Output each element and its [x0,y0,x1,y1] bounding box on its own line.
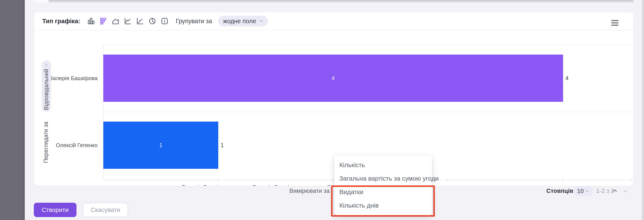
x-axis-tick [333,180,333,182]
measure-by-label: Вимірювати за [287,186,330,196]
chart-toolbar: Тип графіка: [34,12,634,30]
group-by-select[interactable]: жодне поле [218,16,268,26]
menu-item-zahalna-vartist[interactable]: Загальна вартість за сумою угоди [334,172,432,185]
menu-item-kilkist[interactable]: Кількість [334,158,432,172]
bar-edge-value: 4 [566,74,568,82]
page-down-icon[interactable] [621,187,630,195]
y-axis-field-label: Відповідальний [43,69,50,110]
y-axis-title: Переглядати за [43,117,49,168]
bar-value-label: 4 [332,75,335,82]
cancel-button[interactable]: Скасувати [83,203,128,217]
page-size-value: 10 [577,188,584,195]
x-axis-tick [562,180,563,182]
trend-line-chart-icon[interactable] [135,16,145,26]
clipped-x-label: Валерія Башкірова [172,183,240,186]
column-chart-icon[interactable] [86,16,96,26]
measure-by-menu: Кількість Загальна вартість за сумою уго… [334,155,432,215]
area-chart-icon[interactable] [111,16,120,26]
group-by-value: жодне поле [223,18,256,25]
app-sidebar [0,0,25,220]
menu-item-vydatky[interactable]: Видатки [334,185,432,199]
x-axis-tick [448,180,448,182]
pie-chart-icon[interactable] [148,16,157,26]
columns-label: Стовпців [546,186,573,196]
chart-builder-card: Тип графіка: [34,12,634,186]
scroll-shadow [48,0,634,3]
chevron-down-icon [259,19,264,23]
page-size-select[interactable]: 10 [573,186,593,196]
clipped-x-label: Валерія Башкірова [243,183,310,186]
chevron-down-icon [586,189,589,193]
page-up-icon[interactable] [610,187,619,195]
line-chart-icon[interactable] [123,16,133,26]
chart-type-selector [86,16,170,26]
previous-card-remnant [34,0,49,3]
chart-menu-icon[interactable] [610,18,620,27]
group-by-label: Групувати за [176,18,212,25]
x-axis-tick [218,180,218,182]
chevron-right-icon [44,63,48,67]
bar-value-label: 1 [159,142,162,149]
page-scrollbar[interactable] [642,0,644,220]
y-axis-field-selector[interactable]: Відповідальний [42,60,51,112]
bar-valeriia-bashkirova[interactable]: 4 [103,55,563,102]
bar-oleksii-hepenko[interactable]: 1 [103,121,218,169]
create-button[interactable]: Створити [34,203,76,217]
summary-value-icon[interactable] [160,16,170,26]
horizontal-bar-chart-icon[interactable] [98,16,108,26]
x-axis-tick [632,180,632,182]
chart-type-label: Тип графіка: [42,18,80,25]
menu-item-kilkist-dniv[interactable]: Кількість днів [334,199,432,212]
gridline-top [103,45,632,45]
gridline-row-separator [103,112,632,112]
bar-edge-value: 1 [220,141,224,149]
